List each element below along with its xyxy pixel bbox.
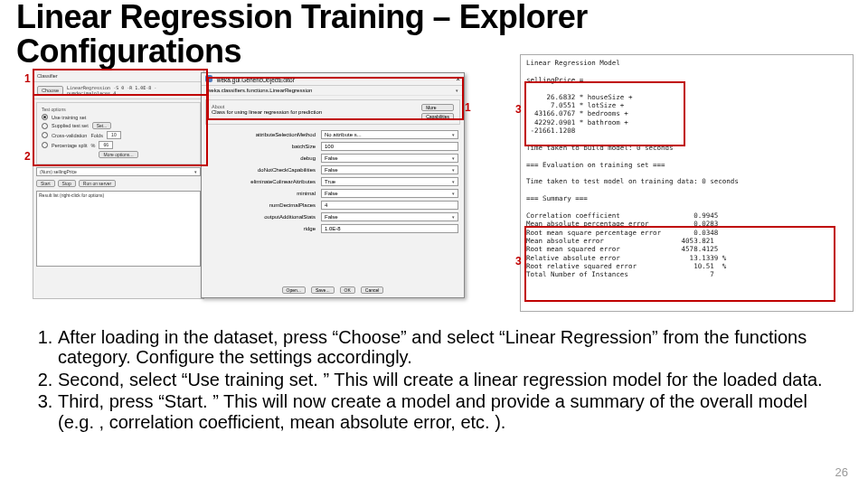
supplied-set-button[interactable]: Set... (92, 122, 112, 129)
prop-value[interactable]: False▾ (321, 154, 458, 163)
object-editor-dialog: weka.gui.GenericObjectEditor × weka.clas… (201, 72, 465, 298)
callout-number-1b: 1 (465, 101, 471, 114)
classifier-scheme: LinearRegression -S 0 -R 1.0E-8 -numdeci… (67, 85, 200, 96)
classify-panel: Classifier Choose LinearRegression -S 0 … (33, 70, 204, 299)
weka-icon (205, 75, 212, 82)
test-options-group: Test options Use training set Supplied t… (36, 102, 201, 164)
output-metric: Mean absolute error 4053.821 (526, 237, 714, 245)
opt-cv: Cross-validation (52, 133, 87, 138)
radio-use-training[interactable] (42, 114, 48, 120)
test-options-label: Test options (42, 107, 195, 112)
more-options-button[interactable]: More options... (99, 151, 137, 158)
opt-split-label: % (90, 143, 95, 148)
output-metric: Correlation coefficient 0.9945 (526, 211, 718, 220)
prop-label: doNotCheckCapabilities (207, 167, 321, 173)
start-button[interactable]: Start (36, 180, 55, 187)
prop-label: ridge (207, 226, 321, 231)
prop-label: eliminateColinearAttributes (207, 179, 321, 184)
output-metric: Root relative squared error 10.51 % (526, 262, 726, 270)
chevron-down-icon: ▾ (456, 88, 458, 93)
prop-label: minimal (207, 191, 321, 196)
run-server-button[interactable]: Run on server (79, 180, 116, 187)
prop-value[interactable]: 1.0E-8 (321, 224, 458, 233)
output-heading: Linear Regression Model (526, 59, 620, 67)
opt-supplied: Supplied test set (52, 123, 89, 128)
cancel-button[interactable]: Cancel (361, 286, 384, 294)
prop-label: outputAdditionalStats (207, 214, 321, 220)
result-list-label: Result list (right-click for options) (39, 192, 104, 198)
output-eval-header: === Evaluation on training set === (526, 161, 665, 169)
ok-button[interactable]: OK (340, 286, 355, 294)
prop-value[interactable]: 100 (321, 142, 458, 151)
output-coef: 43166.0767 * bedrooms + (526, 109, 628, 117)
output-metric: Root mean squared error 4578.4125 (526, 245, 718, 253)
radio-split[interactable] (42, 142, 48, 148)
output-coef: 7.0551 * lotSize + (526, 101, 624, 109)
callout-number-3a: 3 (515, 103, 522, 116)
output-testtime: Time taken to test model on training dat… (526, 177, 739, 185)
opt-use-training: Use training set (52, 115, 86, 120)
prop-value[interactable]: False▾ (321, 212, 458, 221)
output-coef: -21661.1208 (526, 127, 575, 135)
capabilities-button[interactable]: Capabilities (421, 113, 454, 120)
output-coef: 42292.0901 * bathroom + (526, 118, 628, 127)
output-metric: Root mean square percentage error 0.0348 (526, 229, 718, 237)
chevron-down-icon: ▾ (452, 179, 455, 184)
output-coef: 26.6832 * houseSize + (526, 93, 632, 101)
opt-cv-label: Folds (90, 133, 102, 138)
result-list[interactable]: Result list (right-click for options) (36, 191, 201, 267)
opt-split: Percentage split (52, 143, 87, 148)
instruction-step: Second, select “Use training set. ” This… (58, 370, 841, 389)
prop-value[interactable]: 4 (321, 201, 458, 210)
prop-value[interactable]: False▾ (321, 165, 458, 174)
save-button[interactable]: Save... (311, 286, 335, 294)
split-percent-field[interactable]: 66 (99, 141, 113, 149)
slide-title: Linear Regression Training – Explorer Co… (16, 0, 588, 69)
slide-title-line2: Configurations (16, 33, 241, 70)
output-metric: Total Number of Instances 7 (526, 270, 714, 278)
output-buildtime: Time taken to build model: 0 seconds (526, 144, 674, 152)
close-icon[interactable]: × (456, 75, 460, 83)
class-attribute-value: (Num) sellingPrice (40, 169, 77, 174)
chevron-down-icon: ▾ (452, 155, 455, 161)
properties-table: attributeSelectionMethodNo attribute s..… (205, 128, 460, 234)
instructions-list: After loading in the dataset, press “Cho… (27, 327, 841, 434)
more-button[interactable]: More (421, 104, 454, 111)
page-number: 26 (835, 465, 848, 479)
slide-title-line1: Linear Regression Training – Explorer (16, 0, 588, 35)
output-metric: Mean absolute percentage error 0.0283 (526, 220, 718, 228)
chevron-down-icon: ▾ (452, 191, 455, 196)
chevron-down-icon: ▾ (452, 214, 455, 220)
radio-supplied[interactable] (42, 123, 48, 129)
prop-value[interactable]: True▾ (321, 177, 458, 186)
output-summary-header: === Summary === (526, 194, 588, 202)
classifier-section-label: Classifier (37, 73, 58, 79)
radio-cv[interactable] (42, 132, 48, 138)
dialog-title: weka.gui.GenericObjectEditor (217, 77, 295, 83)
callout-number-2: 2 (24, 150, 31, 163)
instruction-step: Third, press “Start. ” This will now cre… (58, 391, 841, 432)
classifier-output: Linear Regression Model sellingPrice = 2… (520, 54, 854, 312)
choose-button[interactable]: Choose (37, 86, 63, 95)
chevron-down-icon: ▾ (452, 132, 455, 137)
prop-label: numDecimalPlaces (207, 202, 321, 208)
prop-label: attributeSelectionMethod (207, 132, 321, 137)
output-equation: sellingPrice = (526, 76, 583, 84)
class-attribute-combo[interactable]: (Num) sellingPrice ▾ (36, 167, 201, 176)
chevron-down-icon: ▾ (194, 169, 197, 174)
callout-number-1a: 1 (24, 72, 31, 85)
prop-value[interactable]: False▾ (321, 189, 458, 198)
prop-label: batchSize (207, 144, 321, 149)
cv-folds-field[interactable]: 10 (107, 131, 121, 139)
open-button[interactable]: Open... (282, 286, 306, 294)
callout-number-3b: 3 (515, 255, 522, 267)
chevron-down-icon: ▾ (452, 167, 455, 173)
classifier-path: weka.classifiers.functions.LinearRegress… (207, 88, 312, 93)
stop-button[interactable]: Stop (58, 180, 76, 187)
instruction-step: After loading in the dataset, press “Cho… (58, 327, 841, 368)
prop-label: debug (207, 155, 321, 161)
prop-value[interactable]: No attribute s...▾ (321, 130, 458, 139)
about-text: Class for using linear regression for pr… (212, 109, 322, 115)
output-metric: Relative absolute error 13.1339 % (526, 254, 726, 262)
